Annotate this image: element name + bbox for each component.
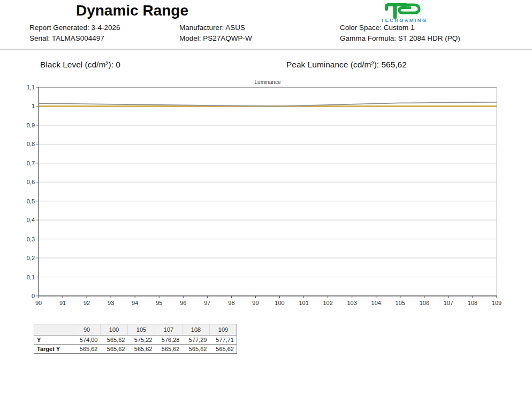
x-tick-label: 96 xyxy=(180,300,186,306)
brand-logo: TECHGAMING xyxy=(364,2,444,25)
y-tick-label: 1 xyxy=(32,103,35,109)
info-manufacturer: Manufacturer: ASUS xyxy=(179,22,252,33)
x-tick-label: 97 xyxy=(204,300,210,306)
black-level-label: Black Level (cd/m²): 0 xyxy=(40,60,120,70)
table-cell: 565,62 xyxy=(183,345,210,354)
y-tick-label: 0,7 xyxy=(27,160,35,166)
table-cell: 565,62 xyxy=(210,345,237,354)
table-cell: 565,62 xyxy=(101,336,128,345)
table-row: Target Y565,62565,62565,62565,62565,6256… xyxy=(34,345,237,354)
x-tick-label: 106 xyxy=(420,300,429,306)
x-tick-label: 104 xyxy=(371,300,381,306)
y-tick-label: 0,5 xyxy=(27,198,35,204)
x-tick-label: 105 xyxy=(396,300,405,306)
y-tick-label: 0,3 xyxy=(27,236,35,242)
table-header-cell: 108 xyxy=(183,324,210,336)
report-info-left: Report Generated: 3-4-2026 Serial: TALMA… xyxy=(29,22,120,44)
table-cell: 574,00 xyxy=(73,336,101,345)
table-row: Y574,00565,62575,22576,28577,29577,71 xyxy=(34,336,237,345)
x-tick-label: 93 xyxy=(108,300,114,306)
y-tick-label: 0,2 xyxy=(27,255,35,261)
table-header-cell: 105 xyxy=(128,324,155,336)
x-tick-label: 94 xyxy=(132,300,138,306)
page-title: Dynamic Range xyxy=(0,2,264,19)
report-page: Dynamic Range TECHGAMING Report Generate… xyxy=(0,0,532,411)
table-cell: 565,62 xyxy=(101,345,128,354)
x-tick-label: 107 xyxy=(444,300,453,306)
table-header-cell: 100 xyxy=(101,324,128,336)
info-serial: Serial: TALMAS004497 xyxy=(29,33,120,44)
y-tick-label: 0,9 xyxy=(27,122,35,128)
peak-luminance-label: Peak Luminance (cd/m²): 565,62 xyxy=(286,60,407,70)
y-tick-label: 0 xyxy=(32,293,35,299)
y-tick-label: 0,4 xyxy=(27,217,35,223)
table-cell: 577,71 xyxy=(210,336,237,345)
row-label: Target Y xyxy=(34,345,73,354)
table-header-row: 90100105107108109 xyxy=(34,324,237,336)
x-tick-label: 90 xyxy=(35,300,42,306)
chart-title: Luminance xyxy=(255,79,281,85)
table-corner-cell xyxy=(34,324,73,336)
report-info-middle: Manufacturer: ASUS Model: PS27AQWP-W xyxy=(179,22,252,44)
y-tick-label: 1,1 xyxy=(27,84,35,90)
table-header-cell: 109 xyxy=(210,324,237,336)
x-tick-label: 95 xyxy=(156,300,162,306)
table-cell: 577,29 xyxy=(183,336,210,345)
info-color-space: Color Space: Custom 1 xyxy=(340,22,460,33)
table-header-cell: 107 xyxy=(155,324,183,336)
x-tick-label: 101 xyxy=(299,300,308,306)
info-model: Model: PS27AQWP-W xyxy=(179,33,252,44)
table-header-cell: 90 xyxy=(73,324,101,336)
header-divider xyxy=(0,49,532,50)
results-table: 90100105107108109Y574,00565,62575,22576,… xyxy=(34,324,237,354)
x-tick-label: 98 xyxy=(228,300,234,306)
x-tick-label: 99 xyxy=(252,300,259,306)
report-info-right: Color Space: Custom 1 Gamma Formula: ST … xyxy=(340,22,460,44)
table-cell: 565,62 xyxy=(73,345,101,354)
table-cell: 576,28 xyxy=(155,336,183,345)
x-tick-label: 109 xyxy=(492,300,501,306)
table-cell: 565,62 xyxy=(155,345,183,354)
table-cell: 575,22 xyxy=(128,336,155,345)
y-tick-label: 0,1 xyxy=(27,274,35,280)
info-gamma-formula: Gamma Formula: ST 2084 HDR (PQ) xyxy=(340,33,460,44)
y-tick-label: 0,6 xyxy=(27,179,35,185)
y-tick-label: 0,8 xyxy=(27,141,35,147)
x-tick-label: 108 xyxy=(468,300,477,306)
info-report-generated: Report Generated: 3-4-2026 xyxy=(29,22,120,33)
x-tick-label: 92 xyxy=(83,300,90,306)
row-label: Y xyxy=(34,336,73,345)
brand-mark-icon xyxy=(386,5,419,17)
x-tick-label: 91 xyxy=(59,300,66,306)
table-cell: 565,62 xyxy=(128,345,155,354)
x-tick-label: 100 xyxy=(275,300,284,306)
x-tick-label: 103 xyxy=(347,300,357,306)
luminance-chart-svg: 00,10,20,30,40,50,60,70,80,911,190919293… xyxy=(0,75,532,318)
x-tick-label: 102 xyxy=(323,300,332,306)
